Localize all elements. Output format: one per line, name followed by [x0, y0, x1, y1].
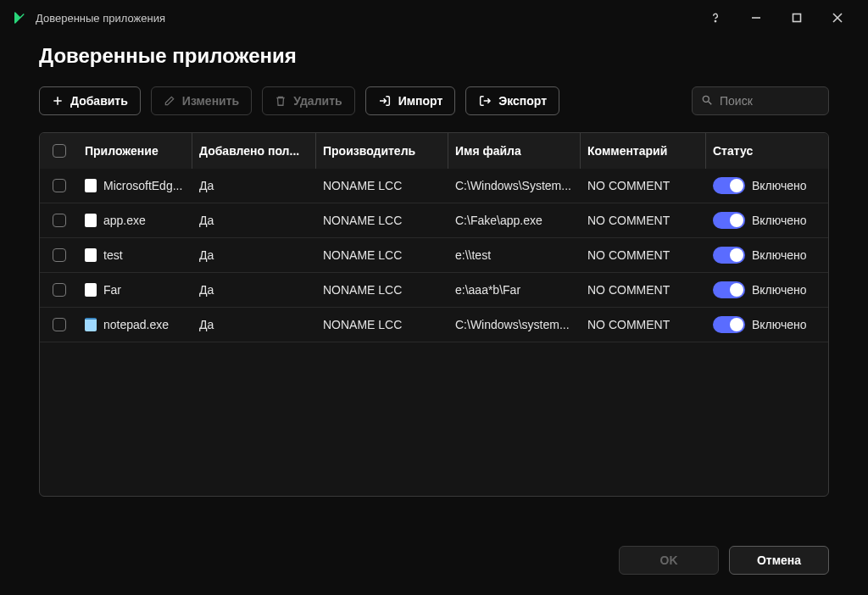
cell-vendor: NONAME LCC [316, 214, 448, 227]
table-row[interactable]: MicrosoftEdg... Да NONAME LCC C:\Windows… [40, 169, 828, 203]
cell-file: C:\Fake\app.exe [448, 214, 581, 227]
cancel-button[interactable]: Отмена [729, 546, 829, 575]
pencil-icon [164, 95, 175, 107]
table-row[interactable]: test Да NONAME LCC e:\\test NO COMMENT В… [40, 238, 828, 273]
ok-button[interactable]: OK [619, 546, 719, 575]
file-icon [85, 283, 97, 297]
titlebar: Доверенные приложения [0, 0, 868, 36]
cell-status: Включено [706, 212, 828, 229]
status-text: Включено [752, 214, 807, 227]
maximize-button[interactable] [778, 6, 815, 30]
status-text: Включено [752, 283, 807, 297]
search-box[interactable] [692, 86, 829, 115]
svg-line-3 [833, 14, 842, 22]
table-row[interactable]: app.exe Да NONAME LCC C:\Fake\app.exe NO… [40, 203, 828, 238]
app-name: test [103, 248, 123, 262]
cell-vendor: NONAME LCC [316, 248, 448, 262]
close-button[interactable] [819, 6, 856, 30]
svg-rect-2 [793, 14, 801, 22]
status-toggle[interactable] [713, 281, 745, 298]
cell-file: C:\Windows\system... [448, 318, 581, 331]
cell-app: notepad.exe [78, 318, 192, 331]
app-logo-icon [12, 10, 27, 25]
col-vendor[interactable]: Производитель [316, 133, 448, 169]
file-icon [85, 318, 97, 331]
page-title: Доверенные приложения [39, 44, 829, 68]
col-status[interactable]: Статус [706, 133, 829, 169]
export-button[interactable]: Экспорт [465, 86, 559, 115]
window-title: Доверенные приложения [36, 12, 697, 25]
cell-status: Включено [706, 177, 828, 194]
cell-comment: NO COMMENT [581, 318, 706, 331]
status-toggle[interactable] [713, 316, 745, 333]
cell-status: Включено [706, 316, 828, 333]
table-row[interactable]: Far Да NONAME LCC e:\aaa*b\Far NO COMMEN… [40, 273, 828, 308]
add-button[interactable]: Добавить [39, 86, 141, 115]
app-name: app.exe [103, 214, 146, 227]
status-text: Включено [752, 248, 807, 262]
search-input[interactable] [720, 94, 820, 108]
file-icon [85, 179, 97, 192]
table-row[interactable]: notepad.exe Да NONAME LCC C:\Windows\sys… [40, 308, 828, 342]
col-added[interactable]: Добавлено пол... [192, 133, 316, 169]
cell-comment: NO COMMENT [581, 179, 706, 192]
table-body: MicrosoftEdg... Да NONAME LCC C:\Windows… [40, 169, 828, 496]
row-checkbox[interactable] [53, 214, 66, 227]
cell-added: Да [192, 283, 316, 297]
toolbar: Добавить Изменить Удалить Импорт Экспорт [39, 86, 829, 115]
cell-comment: NO COMMENT [581, 248, 706, 262]
cell-added: Да [192, 248, 316, 262]
delete-label: Удалить [293, 94, 342, 108]
import-label: Импорт [398, 94, 443, 108]
import-icon [378, 94, 392, 108]
col-app[interactable]: Приложение [78, 133, 192, 169]
cell-added: Да [192, 214, 316, 227]
apps-table: Приложение Добавлено пол... Производител… [39, 132, 829, 497]
status-toggle[interactable] [713, 177, 745, 194]
cell-added: Да [192, 179, 316, 192]
status-text: Включено [752, 179, 807, 192]
status-text: Включено [752, 318, 807, 331]
cell-vendor: NONAME LCC [316, 318, 448, 331]
cell-comment: NO COMMENT [581, 214, 706, 227]
status-toggle[interactable] [713, 212, 745, 229]
svg-point-0 [715, 20, 715, 21]
app-name: Far [103, 283, 121, 297]
col-comment[interactable]: Комментарий [581, 133, 706, 169]
cell-status: Включено [706, 281, 828, 298]
edit-label: Изменить [182, 94, 239, 108]
app-name: MicrosoftEdg... [103, 179, 182, 192]
cell-comment: NO COMMENT [581, 283, 706, 297]
edit-button[interactable]: Изменить [151, 86, 252, 115]
row-checkbox[interactable] [53, 179, 66, 192]
col-file[interactable]: Имя файла [448, 133, 581, 169]
svg-line-8 [709, 101, 712, 104]
cell-app: MicrosoftEdg... [78, 179, 192, 192]
cell-file: C:\Windows\System... [448, 179, 581, 192]
main-content: Доверенные приложения Добавить Изменить … [0, 36, 868, 497]
row-checkbox[interactable] [53, 318, 66, 331]
status-toggle[interactable] [713, 247, 745, 264]
cell-app: test [78, 248, 192, 262]
add-label: Добавить [70, 94, 128, 108]
cell-vendor: NONAME LCC [316, 179, 448, 192]
cell-vendor: NONAME LCC [316, 283, 448, 297]
select-all-checkbox[interactable] [53, 144, 66, 158]
import-button[interactable]: Импорт [365, 86, 456, 115]
row-checkbox[interactable] [53, 283, 66, 297]
export-label: Экспорт [498, 94, 547, 108]
window-controls [697, 6, 856, 30]
cell-app: app.exe [78, 214, 192, 227]
minimize-button[interactable] [737, 6, 775, 30]
cell-status: Включено [706, 247, 828, 264]
svg-point-7 [703, 96, 709, 102]
footer: OK Отмена [619, 546, 829, 575]
app-name: notepad.exe [103, 318, 169, 331]
cell-app: Far [78, 283, 192, 297]
help-button[interactable] [697, 6, 734, 30]
delete-button[interactable]: Удалить [262, 86, 354, 115]
row-checkbox[interactable] [53, 248, 66, 262]
file-icon [85, 248, 97, 262]
trash-icon [275, 95, 287, 107]
cell-file: e:\aaa*b\Far [448, 283, 581, 297]
